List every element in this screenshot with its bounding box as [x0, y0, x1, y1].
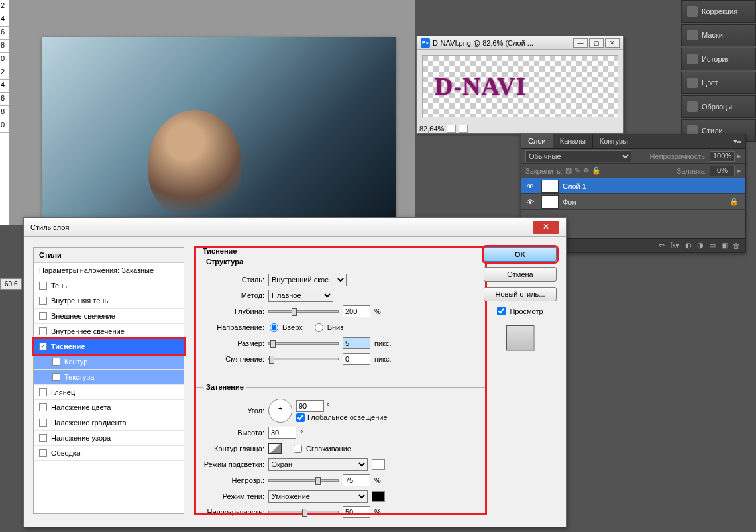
style-inner-glow[interactable]: Внутреннее свечение	[34, 324, 184, 339]
canvas-area[interactable]	[9, 0, 415, 225]
ps-icon: Ps	[421, 38, 430, 48]
highlight-opacity-slider[interactable]	[268, 479, 339, 482]
shadow-opacity-slider[interactable]	[268, 511, 339, 513]
trash-icon[interactable]: 🗑	[733, 242, 740, 250]
dialog-title: Стиль слоя	[30, 223, 69, 231]
fill-field[interactable]: 0%	[710, 166, 735, 176]
style-satin[interactable]: Глянец	[34, 385, 184, 400]
layer-name[interactable]: Фон	[563, 198, 576, 206]
style-texture[interactable]: Текстура	[34, 370, 184, 385]
blending-options-row[interactable]: Параметры наложения: Заказные	[34, 263, 184, 278]
panel-history[interactable]: История	[681, 48, 756, 70]
minimize-button[interactable]: —	[573, 38, 588, 48]
style-inner-shadow[interactable]: Внутренняя тень	[34, 293, 184, 309]
highlight-color-swatch[interactable]	[372, 459, 385, 470]
bevel-settings-panel: Тиснение Структура Стиль:Внутренний скос…	[195, 247, 486, 514]
soften-field[interactable]	[343, 353, 370, 365]
shading-fieldset: Затенение Угол: ° Глобальное освещение В…	[195, 383, 486, 529]
cancel-button[interactable]: Отмена	[484, 267, 557, 282]
lock-all-icon[interactable]: 🔒	[592, 166, 601, 175]
highlight-opacity-field[interactable]	[343, 474, 370, 486]
global-light-checkbox[interactable]	[296, 413, 305, 422]
layer-style-dialog[interactable]: Стиль слоя ✕ Стили Параметры наложения: …	[23, 217, 567, 527]
shadow-color-swatch[interactable]	[372, 491, 385, 502]
layer-list: 👁 Слой 1 👁 Фон 🔒	[521, 178, 745, 210]
maximize-button[interactable]: ▢	[589, 38, 604, 48]
size-field[interactable]	[343, 337, 370, 349]
layer-item[interactable]: 👁 Фон 🔒	[521, 194, 745, 210]
preview-checkbox[interactable]	[497, 307, 506, 315]
soften-slider[interactable]	[268, 358, 339, 360]
logo-text: D-NAVI	[435, 72, 526, 101]
ok-button[interactable]: OK	[484, 247, 557, 262]
new-layer-icon[interactable]: ▣	[721, 241, 728, 250]
depth-field[interactable]	[343, 305, 370, 317]
visibility-icon[interactable]: 👁	[524, 180, 537, 192]
technique-select[interactable]: Плавное	[268, 290, 333, 302]
depth-slider[interactable]	[268, 310, 339, 313]
floating-doc-title: D-NAVI.png @ 82,6% (Слой ...	[433, 39, 533, 47]
dialog-titlebar[interactable]: Стиль слоя ✕	[24, 218, 566, 237]
blend-mode-select[interactable]: Обычные	[525, 150, 631, 162]
visibility-icon[interactable]: 👁	[524, 196, 537, 208]
panel-masks[interactable]: Маски	[681, 24, 756, 46]
styles-header[interactable]: Стили	[34, 248, 184, 263]
angle-dial[interactable]	[268, 399, 292, 423]
style-gradient-overlay[interactable]: Наложение градиента	[34, 415, 184, 431]
link-icon[interactable]: ⇔	[659, 241, 665, 250]
direction-down-radio[interactable]	[315, 323, 323, 332]
adj-layer-icon[interactable]: ◑	[697, 241, 704, 250]
close-button[interactable]: ✕	[605, 38, 620, 48]
shadow-mode-select[interactable]: Умножение	[268, 490, 368, 503]
style-bevel-emboss[interactable]: Тиснение	[34, 339, 184, 354]
style-stroke[interactable]: Обводка	[34, 446, 184, 461]
mask-icon[interactable]: ◐	[685, 241, 692, 250]
direction-up-radio[interactable]	[270, 323, 278, 332]
structure-legend: Структура	[203, 258, 246, 266]
style-contour[interactable]: Контур	[34, 354, 184, 370]
chevron-down-icon[interactable]: ▸	[737, 166, 741, 175]
panel-color[interactable]: Цвет	[681, 72, 756, 94]
floating-document[interactable]: Ps D-NAVI.png @ 82,6% (Слой ... — ▢ ✕ D-…	[416, 36, 624, 134]
shadow-opacity-field[interactable]	[343, 506, 370, 518]
size-slider[interactable]	[268, 342, 339, 345]
structure-fieldset: Структура Стиль:Внутренний скос Метод:Пл…	[195, 258, 486, 376]
lock-move-icon[interactable]: ✥	[583, 166, 589, 175]
layer-name[interactable]: Слой 1	[563, 182, 586, 190]
floating-doc-titlebar[interactable]: Ps D-NAVI.png @ 82,6% (Слой ... — ▢ ✕	[417, 36, 623, 50]
panel-swatches[interactable]: Образцы	[681, 95, 756, 118]
scroll-left-icon[interactable]	[447, 125, 456, 133]
lock-brush-icon[interactable]: ✎	[574, 166, 580, 175]
style-outer-glow[interactable]: Внешнее свечение	[34, 309, 184, 324]
antialias-checkbox[interactable]	[294, 445, 302, 453]
lock-pixels-icon[interactable]: ▧	[565, 166, 572, 175]
dialog-close-button[interactable]: ✕	[533, 221, 559, 234]
angle-field[interactable]	[296, 400, 324, 412]
fx-icon[interactable]: fx▾	[670, 241, 680, 250]
chevron-down-icon[interactable]: ▸	[737, 152, 741, 160]
style-color-overlay[interactable]: Наложение цвета	[34, 400, 184, 415]
panel-menu-icon[interactable]: ▾≡	[729, 134, 745, 148]
highlight-mode-select[interactable]: Экран	[268, 458, 368, 471]
panel-corrections[interactable]: Коррекция	[681, 0, 756, 23]
folder-icon[interactable]: ▭	[709, 241, 716, 250]
style-pattern-overlay[interactable]: Наложение узора	[34, 431, 184, 446]
floating-doc-canvas[interactable]: D-NAVI	[422, 55, 618, 117]
opacity-field[interactable]: 100%	[710, 151, 735, 162]
scroll-right-icon[interactable]	[459, 125, 468, 133]
layer-thumbnail[interactable]	[541, 195, 559, 209]
altitude-field[interactable]	[268, 427, 296, 439]
gloss-contour-swatch[interactable]	[268, 443, 282, 454]
style-select[interactable]: Внутренний скос	[268, 274, 347, 286]
main-document-image[interactable]	[42, 37, 396, 220]
layer-item[interactable]: 👁 Слой 1	[521, 178, 745, 194]
tab-channels[interactable]: Каналы	[553, 134, 593, 148]
masks-icon	[687, 30, 698, 40]
style-drop-shadow[interactable]: Тень	[34, 278, 184, 293]
layer-thumbnail[interactable]	[541, 180, 559, 193]
tab-paths[interactable]: Контуры	[593, 134, 635, 148]
tab-layers[interactable]: Слои	[521, 134, 553, 148]
swatches-icon	[687, 101, 698, 112]
adjustments-icon	[687, 6, 698, 17]
new-style-button[interactable]: Новый стиль...	[484, 287, 557, 301]
